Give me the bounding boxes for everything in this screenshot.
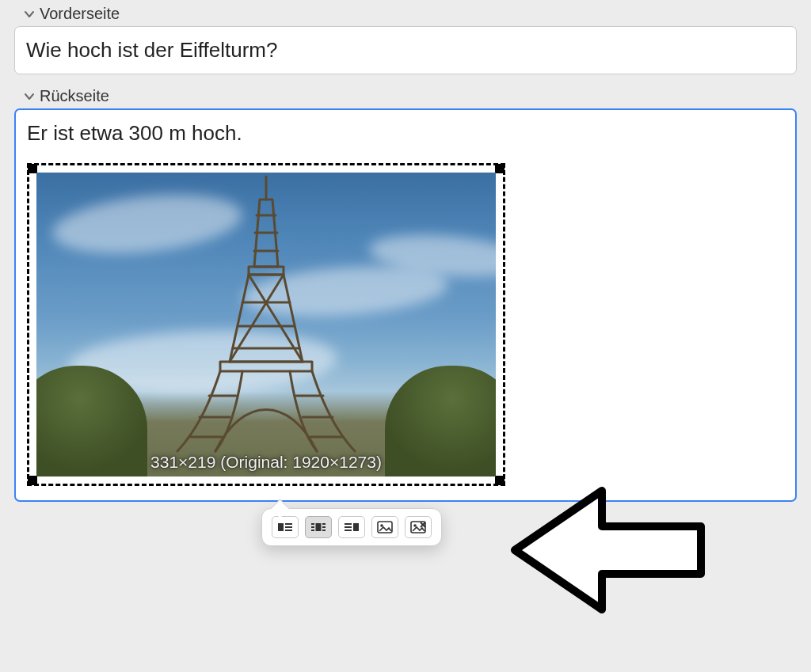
embedded-image[interactable]: 331×219 (Original: 1920×1273) [36,173,496,476]
resize-handle-bottom-left[interactable] [28,476,37,485]
image-selection[interactable]: 331×219 (Original: 1920×1273) [27,163,505,486]
svg-rect-10 [220,362,312,371]
float-right-button[interactable] [338,516,365,538]
front-label: Vorderseite [40,5,120,23]
resize-handle-top-right[interactable] [495,164,504,173]
back-header[interactable]: Rückseite [14,82,797,108]
back-label: Rückseite [40,87,109,105]
svg-rect-24 [316,523,322,531]
svg-point-35 [413,524,417,527]
front-header[interactable]: Vorderseite [14,0,797,26]
back-text: Er ist etwa 300 m hoch. [27,121,784,146]
back-editor[interactable]: Er ist etwa 300 m hoch. [14,108,797,502]
image-options-button[interactable] [371,516,398,538]
chevron-down-icon [19,91,40,102]
float-left-button[interactable] [272,516,299,538]
chevron-down-icon [19,9,40,20]
front-input[interactable] [14,26,797,74]
image-dimensions-overlay: 331×219 (Original: 1920×1273) [150,453,382,472]
svg-rect-17 [278,523,284,531]
image-remove-button[interactable] [405,516,432,538]
image-toolbar [261,508,442,546]
front-section: Vorderseite [0,0,811,74]
eiffel-tower-icon [163,176,369,453]
back-section: Rückseite Er ist etwa 300 m hoch. [0,82,811,502]
svg-rect-31 [353,523,359,531]
resize-handle-bottom-right[interactable] [495,476,504,485]
float-center-button[interactable] [305,516,332,538]
svg-point-33 [380,524,383,527]
tutorial-arrow-icon [507,483,713,625]
